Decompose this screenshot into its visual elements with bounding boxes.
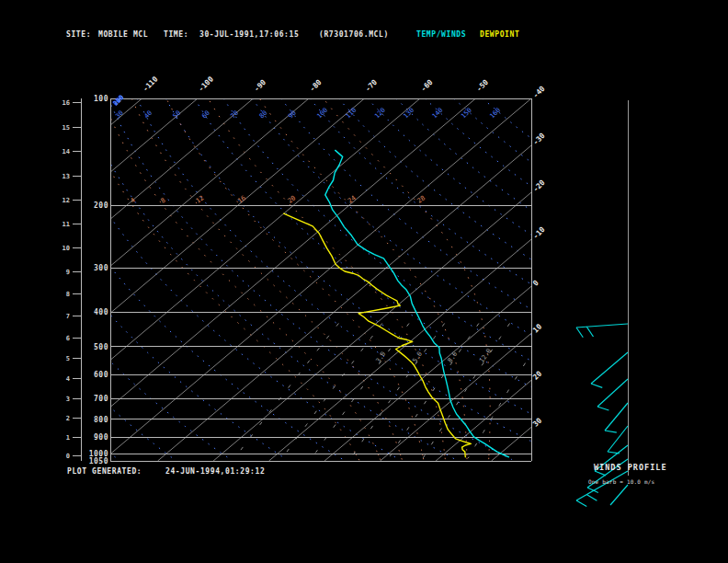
winds-profile-panel [576, 100, 628, 507]
height-km-label: 16 [63, 99, 70, 107]
pressure-axis-labels: 10020030040050060070080090010001050 [89, 95, 108, 465]
pressure-label: 1050 [89, 457, 108, 465]
dry-adiabat-label-top: 100 [316, 107, 330, 121]
height-km-label: 7 [66, 313, 70, 320]
winds-profile-title: WINDS PROFILE [594, 463, 667, 472]
wind-barb [610, 485, 628, 505]
isotherm-label-top: -110 [142, 75, 160, 93]
height-km-label: 3 [66, 396, 70, 403]
height-km-label: 1 [66, 434, 70, 442]
dry-adiabat-label-top: 120 [373, 107, 387, 121]
plot-generated-label: PLOT GENERATED: [67, 467, 142, 476]
height-axis: 012345678910111213141516 [63, 98, 81, 461]
height-km-label: 10 [63, 245, 70, 252]
height-km-label: 9 [66, 269, 70, 276]
mixing-ratio-lines [234, 324, 551, 459]
isotherm-label-right: -30 [531, 132, 547, 147]
dry-adiabat-label-top: 80 [258, 109, 269, 121]
height-km-label: 13 [63, 173, 70, 180]
height-km-label: 8 [66, 291, 70, 298]
dewpoint-legend: DEWPOINT [480, 30, 519, 39]
dry-adiabat-label-top: 160 [489, 107, 503, 121]
pressure-label: 100 [94, 95, 108, 103]
height-km-label: 2 [66, 415, 70, 422]
pressure-label: 300 [94, 264, 108, 272]
isotherm-label-top: -50 [475, 78, 491, 94]
moist-adiabat-label: 8 [160, 197, 167, 205]
height-km-label: 15 [63, 124, 70, 132]
pressure-label: 200 [94, 201, 108, 210]
file-name: (R7301706.MCL) [319, 30, 389, 39]
dry-adiabat-label-top: 90 [287, 109, 298, 121]
pressure-label: 600 [94, 371, 108, 379]
isotherm-label-top: -70 [364, 78, 380, 94]
mixing-ratio-label: 5.0 [411, 350, 424, 364]
mixing-ratio-label: 12.0 [478, 348, 493, 364]
pressure-label: 500 [94, 343, 108, 351]
isotherm-label-right: 20 [531, 369, 543, 381]
isotherm-label-right: -20 [531, 178, 547, 194]
height-km-label: 14 [63, 148, 70, 155]
isotherm-labels: -110-100-90-80-70-60-50-40-30-20-1001020… [142, 75, 547, 428]
dry-adiabat-label-top: 130 [403, 107, 416, 121]
height-km-label: 11 [63, 221, 70, 228]
dry-adiabat-label-top: 40 [143, 109, 154, 121]
wind-barb [608, 426, 628, 454]
moist-adiabat-label: 28 [416, 194, 427, 204]
height-km-label: 5 [66, 355, 70, 362]
pressure-lines [110, 98, 531, 461]
isotherm-label-top: -90 [253, 78, 268, 94]
isotherm-label-right: 10 [531, 322, 543, 334]
dry-adiabat-label-top: 150 [460, 107, 473, 121]
mixing-ratio-labels: 3.05.08.012.0 [375, 348, 494, 364]
winds-barb-scale-note: One barb = 10.0 m/s [588, 478, 654, 485]
pressure-label: 700 [94, 395, 108, 403]
height-km-label: 6 [66, 335, 70, 342]
wind-barb [597, 379, 628, 410]
isotherm-label-top: -80 [308, 78, 324, 94]
dry-adiabat-label-left: -40 [112, 94, 126, 108]
wind-barb [605, 403, 628, 432]
moist-adiabat-labels: 481216202428 [130, 194, 427, 204]
time-label: TIME: [164, 30, 188, 39]
isotherm-label-right: -40 [531, 85, 547, 100]
skewt-terminal-screen: 3.05.08.012.0100200300400500600700800900… [0, 0, 728, 563]
isotherm-label-right: 30 [531, 416, 543, 428]
dry-adiabat-label-top: 140 [431, 107, 445, 121]
dry-adiabat-label-top: 110 [345, 107, 358, 121]
dry-adiabat-label-top: 30 [114, 109, 125, 121]
site-label: SITE: [66, 30, 91, 39]
isotherm-label-top: -100 [197, 75, 215, 93]
moist-adiabat-label: 24 [347, 194, 358, 204]
height-km-label: 0 [66, 453, 70, 460]
pressure-label: 900 [94, 433, 108, 442]
isotherm-label-right: -10 [531, 225, 547, 241]
dry-adiabat-label-top: 60 [200, 109, 211, 121]
dry-adiabat-labels: 3040506070809010011012013014015016020100… [112, 94, 502, 120]
wind-barb [591, 352, 628, 387]
wind-barb [576, 324, 628, 338]
temp-winds-legend: TEMP/WINDS [416, 30, 466, 39]
isotherm-label-top: -60 [419, 78, 435, 94]
moist-adiabat-label: 16 [236, 194, 247, 204]
site-value: MOBILE MCL [98, 30, 148, 39]
height-km-label: 12 [63, 197, 70, 204]
pressure-label: 400 [94, 308, 108, 316]
plot-generated-value: 24-JUN-1994,01:29:12 [165, 467, 265, 476]
wind-barb [576, 471, 628, 507]
height-km-label: 4 [66, 375, 70, 383]
time-value: 30-JUL-1991,17:06:15 [199, 30, 299, 39]
pressure-label: 800 [94, 416, 108, 424]
isotherm-label-right: 0 [531, 279, 540, 288]
